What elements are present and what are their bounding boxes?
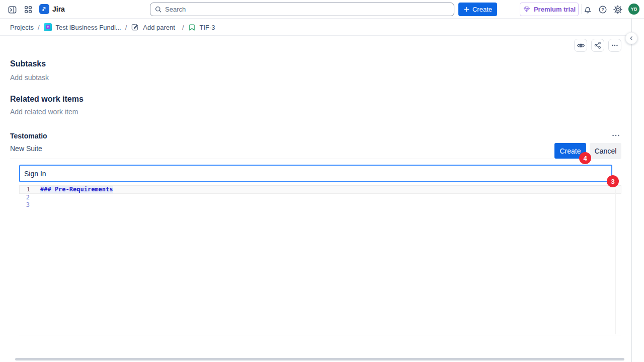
related-work-items-heading: Related work items: [10, 95, 84, 104]
line-number: 3: [23, 201, 30, 209]
code-line-text[interactable]: ### Pre-Requirements: [40, 186, 113, 193]
app-title: Jira: [52, 5, 65, 13]
create-button[interactable]: Create: [458, 3, 497, 16]
premium-trial-label: Premium trial: [534, 6, 576, 13]
topbar-separator: [581, 4, 582, 14]
breadcrumb-issue-key[interactable]: TIF-3: [200, 24, 215, 31]
app-switcher-icon[interactable]: [23, 5, 33, 15]
project-avatar-icon: [44, 23, 52, 31]
user-avatar[interactable]: YB: [628, 4, 639, 15]
eye-icon: [577, 41, 585, 50]
breadcrumb-separator: /: [125, 24, 127, 31]
global-search[interactable]: [150, 3, 454, 16]
annotation-badge-4: 4: [579, 152, 591, 164]
gem-icon: [523, 6, 531, 13]
edit-pencil-icon: [131, 23, 139, 31]
editor-line[interactable]: 1 ### Pre-Requirements: [19, 185, 621, 194]
settings-gear-icon[interactable]: [613, 5, 623, 15]
search-icon: [154, 6, 162, 13]
testomatio-more-button[interactable]: [610, 131, 622, 140]
premium-trial-button[interactable]: Premium trial: [520, 3, 579, 16]
help-icon[interactable]: ?: [598, 5, 608, 15]
breadcrumb-more-button[interactable]: [608, 39, 621, 52]
annotation-badge-3: 3: [607, 175, 619, 187]
breadcrumb-add-parent[interactable]: Add parent: [143, 24, 175, 31]
avatar-initials: YB: [631, 7, 637, 12]
editor-right-rule: [615, 189, 616, 334]
panel-divider: [631, 19, 632, 362]
breadcrumb: Projects / Test iBusiness Fundi... / Add…: [10, 19, 215, 36]
ellipsis-icon: [611, 132, 620, 139]
suite-description-editor[interactable]: 1 ### Pre-Requirements 2 3: [19, 185, 621, 335]
add-subtask-link[interactable]: Add subtask: [10, 74, 49, 82]
section-divider: [10, 159, 621, 159]
sidebar-toggle-icon[interactable]: [7, 5, 17, 15]
plus-icon: [463, 6, 470, 13]
issue-type-bookmark-icon: [188, 24, 196, 31]
share-icon: [594, 41, 602, 49]
notifications-bell-icon[interactable]: [583, 5, 593, 15]
suite-title-input[interactable]: [19, 165, 612, 182]
top-navigation-bar: Jira Create Premium trial: [0, 0, 644, 19]
subtasks-heading: Subtasks: [10, 59, 46, 68]
svg-text:?: ?: [601, 7, 604, 12]
testomatio-heading: Testomatio: [10, 132, 47, 140]
breadcrumb-separator: /: [38, 24, 40, 31]
create-button-label: Create: [472, 6, 492, 13]
suite-cancel-button[interactable]: Cancel: [590, 143, 621, 159]
breadcrumb-separator: /: [182, 24, 184, 31]
add-related-work-item-link[interactable]: Add related work item: [10, 108, 78, 116]
breadcrumb-project-name[interactable]: Test iBusiness Fundi...: [56, 24, 121, 31]
collapse-panel-button[interactable]: [625, 32, 637, 44]
jira-logo-icon[interactable]: [39, 4, 49, 14]
chevron-left-icon: [628, 35, 635, 42]
breadcrumb-projects[interactable]: Projects: [10, 24, 34, 31]
line-number: 1: [23, 186, 30, 193]
watch-button[interactable]: [574, 39, 587, 52]
share-button[interactable]: [591, 39, 604, 52]
breadcrumb-bar: Projects / Test iBusiness Fundi... / Add…: [0, 19, 627, 36]
horizontal-scrollbar[interactable]: [15, 358, 624, 360]
jira-issue-page: Jira Create Premium trial: [0, 0, 644, 362]
search-input[interactable]: [165, 6, 437, 13]
new-suite-label: New Suite: [10, 144, 42, 153]
editor-line[interactable]: 2: [19, 194, 621, 201]
editor-line[interactable]: 3: [19, 201, 621, 209]
line-number: 2: [23, 194, 30, 201]
ellipsis-icon: [611, 41, 619, 49]
